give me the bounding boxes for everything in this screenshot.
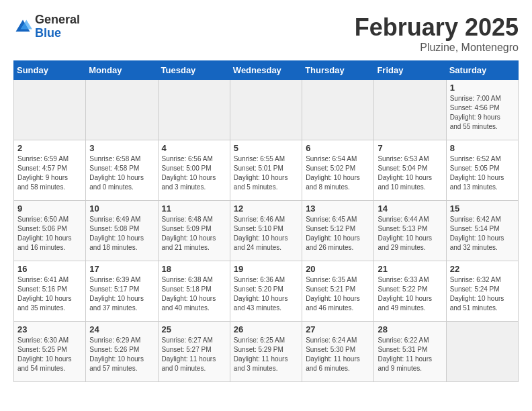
header-saturday: Saturday [446,61,518,80]
day-info: Sunrise: 6:52 AM Sunset: 5:05 PM Dayligh… [450,154,515,192]
calendar-cell [230,80,302,140]
calendar-cell: 7Sunrise: 6:53 AM Sunset: 5:04 PM Daylig… [374,140,446,201]
header-sunday: Sunday [14,61,86,80]
calendar-cell: 11Sunrise: 6:48 AM Sunset: 5:09 PM Dayli… [158,201,230,261]
month-title: February 2025 [355,13,519,42]
calendar-cell: 26Sunrise: 6:25 AM Sunset: 5:29 PM Dayli… [230,322,302,382]
day-number: 25 [162,324,226,334]
calendar-cell: 10Sunrise: 6:49 AM Sunset: 5:08 PM Dayli… [86,201,158,261]
day-info: Sunrise: 6:38 AM Sunset: 5:18 PM Dayligh… [162,275,226,313]
calendar-cell [14,80,86,140]
day-info: Sunrise: 6:53 AM Sunset: 5:04 PM Dayligh… [378,154,442,192]
day-info: Sunrise: 6:24 AM Sunset: 5:30 PM Dayligh… [306,336,370,373]
day-info: Sunrise: 6:56 AM Sunset: 5:00 PM Dayligh… [162,154,226,192]
day-info: Sunrise: 6:30 AM Sunset: 5:25 PM Dayligh… [17,336,82,373]
day-info: Sunrise: 6:59 AM Sunset: 4:57 PM Dayligh… [17,154,82,192]
logo-icon [13,17,32,36]
calendar-cell: 2Sunrise: 6:59 AM Sunset: 4:57 PM Daylig… [14,140,86,201]
calendar-cell: 23Sunrise: 6:30 AM Sunset: 5:25 PM Dayli… [14,322,86,382]
day-info: Sunrise: 6:22 AM Sunset: 5:31 PM Dayligh… [378,336,442,373]
day-number: 2 [17,143,82,153]
day-number: 17 [89,264,154,274]
day-number: 8 [450,143,515,153]
logo-text: General Blue [35,13,80,40]
calendar-cell: 28Sunrise: 6:22 AM Sunset: 5:31 PM Dayli… [374,322,446,382]
logo-blue: Blue [35,27,80,40]
day-info: Sunrise: 6:58 AM Sunset: 4:58 PM Dayligh… [89,154,154,192]
day-number: 21 [378,264,442,274]
day-number: 27 [306,324,370,334]
day-info: Sunrise: 6:55 AM Sunset: 5:01 PM Dayligh… [234,154,298,192]
day-info: Sunrise: 6:48 AM Sunset: 5:09 PM Dayligh… [162,215,226,253]
calendar-cell: 13Sunrise: 6:45 AM Sunset: 5:12 PM Dayli… [302,201,374,261]
day-info: Sunrise: 6:54 AM Sunset: 5:02 PM Dayligh… [306,154,370,192]
day-number: 16 [17,264,82,274]
location-subtitle: Pluzine, Montenegro [355,42,519,54]
calendar-cell: 16Sunrise: 6:41 AM Sunset: 5:16 PM Dayli… [14,261,86,322]
day-info: Sunrise: 6:46 AM Sunset: 5:10 PM Dayligh… [234,215,298,253]
calendar-week-row: 1Sunrise: 7:00 AM Sunset: 4:56 PM Daylig… [14,80,519,140]
calendar-cell: 17Sunrise: 6:39 AM Sunset: 5:17 PM Dayli… [86,261,158,322]
calendar-cell: 12Sunrise: 6:46 AM Sunset: 5:10 PM Dayli… [230,201,302,261]
day-info: Sunrise: 6:45 AM Sunset: 5:12 PM Dayligh… [306,215,370,253]
header-tuesday: Tuesday [158,61,230,80]
day-number: 7 [378,143,442,153]
calendar-cell: 3Sunrise: 6:58 AM Sunset: 4:58 PM Daylig… [86,140,158,201]
logo-general: General [35,13,80,27]
calendar-cell [374,80,446,140]
day-info: Sunrise: 6:50 AM Sunset: 5:06 PM Dayligh… [17,215,82,253]
calendar-cell: 18Sunrise: 6:38 AM Sunset: 5:18 PM Dayli… [158,261,230,322]
day-number: 24 [89,324,154,334]
calendar-cell: 25Sunrise: 6:27 AM Sunset: 5:27 PM Dayli… [158,322,230,382]
calendar-cell: 6Sunrise: 6:54 AM Sunset: 5:02 PM Daylig… [302,140,374,201]
day-number: 19 [234,264,298,274]
calendar-table: SundayMondayTuesdayWednesdayThursdayFrid… [13,60,519,382]
calendar-cell [158,80,230,140]
day-info: Sunrise: 6:35 AM Sunset: 5:21 PM Dayligh… [306,275,370,313]
day-number: 11 [162,203,226,214]
day-info: Sunrise: 6:42 AM Sunset: 5:14 PM Dayligh… [450,215,515,253]
day-info: Sunrise: 6:29 AM Sunset: 5:26 PM Dayligh… [89,336,154,373]
day-info: Sunrise: 6:25 AM Sunset: 5:29 PM Dayligh… [234,336,298,373]
calendar-week-row: 9Sunrise: 6:50 AM Sunset: 5:06 PM Daylig… [14,201,519,261]
day-info: Sunrise: 6:49 AM Sunset: 5:08 PM Dayligh… [89,215,154,253]
header-thursday: Thursday [302,61,374,80]
calendar-header-row: SundayMondayTuesdayWednesdayThursdayFrid… [14,61,519,80]
day-number: 26 [234,324,298,334]
page-header: General Blue February 2025 Pluzine, Mont… [13,13,519,54]
header-wednesday: Wednesday [230,61,302,80]
day-info: Sunrise: 6:44 AM Sunset: 5:13 PM Dayligh… [378,215,442,253]
day-number: 5 [234,143,298,153]
day-info: Sunrise: 6:32 AM Sunset: 5:24 PM Dayligh… [450,275,515,313]
day-number: 18 [162,264,226,274]
day-number: 3 [89,143,154,153]
header-friday: Friday [374,61,446,80]
day-number: 15 [450,203,515,214]
calendar-cell: 20Sunrise: 6:35 AM Sunset: 5:21 PM Dayli… [302,261,374,322]
calendar-cell: 27Sunrise: 6:24 AM Sunset: 5:30 PM Dayli… [302,322,374,382]
day-number: 10 [89,203,154,214]
logo: General Blue [13,13,80,40]
day-number: 4 [162,143,226,153]
day-number: 20 [306,264,370,274]
day-number: 13 [306,203,370,214]
calendar-week-row: 23Sunrise: 6:30 AM Sunset: 5:25 PM Dayli… [14,322,519,382]
day-number: 14 [378,203,442,214]
calendar-cell [446,322,518,382]
calendar-cell: 8Sunrise: 6:52 AM Sunset: 5:05 PM Daylig… [446,140,518,201]
day-info: Sunrise: 6:36 AM Sunset: 5:20 PM Dayligh… [234,275,298,313]
calendar-week-row: 16Sunrise: 6:41 AM Sunset: 5:16 PM Dayli… [14,261,519,322]
day-number: 22 [450,264,515,274]
calendar-cell: 15Sunrise: 6:42 AM Sunset: 5:14 PM Dayli… [446,201,518,261]
day-info: Sunrise: 6:33 AM Sunset: 5:22 PM Dayligh… [378,275,442,313]
day-number: 23 [17,324,82,334]
day-info: Sunrise: 6:27 AM Sunset: 5:27 PM Dayligh… [162,336,226,373]
day-info: Sunrise: 6:41 AM Sunset: 5:16 PM Dayligh… [17,275,82,313]
calendar-cell: 4Sunrise: 6:56 AM Sunset: 5:00 PM Daylig… [158,140,230,201]
calendar-cell [302,80,374,140]
calendar-cell: 19Sunrise: 6:36 AM Sunset: 5:20 PM Dayli… [230,261,302,322]
calendar-cell: 1Sunrise: 7:00 AM Sunset: 4:56 PM Daylig… [446,80,518,140]
day-info: Sunrise: 6:39 AM Sunset: 5:17 PM Dayligh… [89,275,154,313]
header-monday: Monday [86,61,158,80]
calendar-cell: 5Sunrise: 6:55 AM Sunset: 5:01 PM Daylig… [230,140,302,201]
